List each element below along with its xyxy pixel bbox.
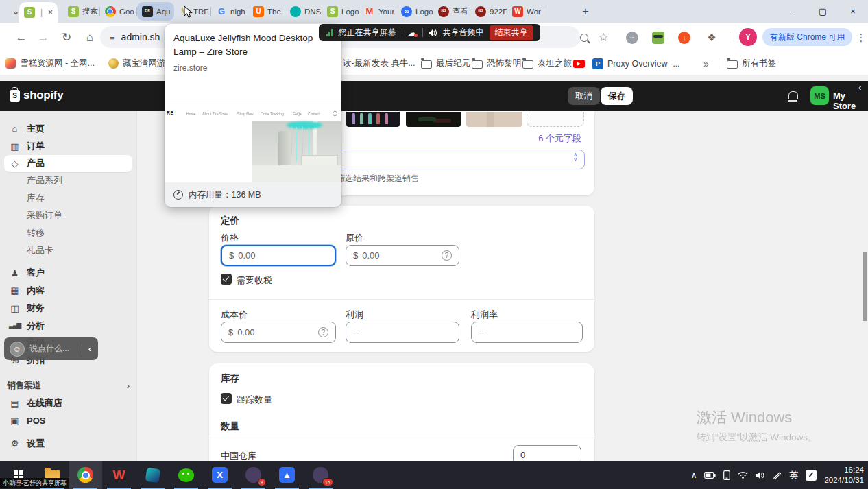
sidebar-item[interactable]: ▥ 订单	[0, 137, 136, 154]
bookmark-item[interactable]: P Proxy Overview -...	[592, 52, 680, 75]
ime-indicator[interactable]: 英	[789, 469, 798, 481]
sidebar-item[interactable]: 销售渠道 ›	[0, 377, 136, 394]
bookmark-folder[interactable]: 恐怖黎明	[472, 52, 521, 75]
metafields-link[interactable]: 6 个元字段	[538, 132, 581, 145]
wifi-icon[interactable]	[738, 471, 748, 479]
margin-input[interactable]: --	[471, 322, 583, 343]
new-tab-button[interactable]: +	[577, 3, 594, 20]
bookmark-youtube[interactable]: ▶	[573, 52, 585, 75]
browser-tab[interactable]: 922 查看	[433, 0, 470, 23]
chrome-update-chip[interactable]: 有新版 Chrome 可用	[762, 28, 852, 46]
save-button[interactable]: 保存	[601, 87, 633, 105]
taskbar-app[interactable]: 15	[304, 461, 337, 489]
browser-tab[interactable]: U The	[248, 0, 285, 23]
volume-icon[interactable]	[756, 471, 765, 479]
extensions-puzzle-icon[interactable]: ❖	[702, 23, 721, 52]
profit-input[interactable]: --	[346, 322, 459, 343]
close-window-button[interactable]: ×	[838, 0, 868, 23]
chevron-left-icon[interactable]: ‹	[858, 82, 861, 93]
browser-tab[interactable]: Goo	[100, 0, 137, 23]
sidebar-item[interactable]: 库存	[0, 189, 136, 206]
extension-download-icon[interactable]: ↓	[675, 23, 694, 52]
sidebar-item[interactable]: ◇ 产品	[4, 155, 132, 172]
collapse-widget-icon[interactable]: ‹	[87, 344, 93, 354]
sidebar-item[interactable]: ▦ 内容	[0, 282, 136, 299]
sidebar-item[interactable]: 产品系列	[0, 172, 136, 189]
browser-menu-icon[interactable]: ⋮	[854, 23, 868, 52]
taskbar-app[interactable]	[136, 461, 169, 489]
pen-icon[interactable]	[773, 470, 782, 479]
bookmark-star-icon[interactable]: ☆	[594, 23, 613, 52]
sidebar-item[interactable]: ♟ 客户	[0, 265, 136, 282]
sidebar-item[interactable]: 采购订单	[0, 207, 136, 224]
zoom-icon[interactable]	[575, 23, 594, 52]
forward-icon[interactable]: →	[33, 23, 53, 52]
browser-tab[interactable]: M Your	[359, 0, 396, 23]
track-quantity-checkbox[interactable]	[221, 393, 232, 404]
bookmark-folder[interactable]: 最后纪元	[421, 52, 470, 75]
bookmark-item[interactable]: 读-最新发表 真牛...	[343, 52, 415, 75]
extension-green-icon[interactable]	[649, 23, 668, 52]
extension-link-icon[interactable]: ∽	[623, 23, 642, 52]
reload-icon[interactable]: ↻	[56, 23, 77, 52]
browser-tab[interactable]: ZIR Aqu	[137, 2, 174, 21]
stop-sharing-button[interactable]: 结束共享	[490, 25, 533, 40]
taskbar-app[interactable]: ▲	[270, 461, 304, 489]
add-media-tile[interactable]	[527, 112, 584, 127]
shopify-logo[interactable]: S shopify	[10, 88, 63, 102]
tax-checkbox[interactable]	[221, 274, 232, 285]
taskbar-app[interactable]: 8	[237, 461, 270, 489]
profile-avatar[interactable]: Y	[739, 28, 757, 46]
product-thumbnail[interactable]	[406, 112, 461, 127]
sidebar-item[interactable]: 礼品卡	[0, 241, 136, 259]
active-tab[interactable]: S | ×	[19, 2, 58, 23]
cancel-button[interactable]: 取消	[568, 87, 600, 105]
browser-tab[interactable]: S 搜索	[63, 0, 100, 23]
taskbar-app[interactable]: W	[102, 461, 136, 489]
sidebar-item[interactable]: ▂▄▆ 分析	[0, 317, 136, 334]
page-scrollbar[interactable]	[863, 252, 867, 321]
close-tab-icon[interactable]: ×	[48, 8, 53, 17]
taskbar-app[interactable]: X	[203, 461, 237, 489]
minimize-button[interactable]: –	[777, 0, 808, 23]
all-bookmarks-folder[interactable]: 所有书签	[727, 52, 776, 75]
back-icon[interactable]: ←	[11, 23, 32, 52]
sidebar-item[interactable]: ⌂ 主页	[0, 120, 136, 137]
battery-icon[interactable]	[704, 472, 716, 479]
screenshare-chat-widget[interactable]: ☺ 说点什么... ‹	[4, 337, 98, 360]
sidebar-item[interactable]: ▣ POS	[0, 412, 136, 429]
taskbar-app[interactable]	[169, 461, 203, 489]
compare-price-input[interactable]: $ 0.00 ?	[346, 245, 459, 266]
help-icon[interactable]: ?	[318, 327, 328, 337]
gauge-app-icon[interactable]	[806, 470, 817, 481]
taskbar-app[interactable]	[69, 461, 102, 489]
price-input[interactable]: $ 0.00	[221, 245, 336, 266]
site-info-icon[interactable]: ≡	[110, 32, 115, 43]
product-thumbnail[interactable]	[346, 112, 400, 127]
browser-tab[interactable]: G nigh	[211, 0, 248, 23]
store-avatar[interactable]: MS	[810, 86, 829, 105]
browser-tab[interactable]: W Wor	[507, 0, 544, 23]
browser-tab[interactable]: DNS	[285, 0, 322, 23]
notifications-bell-icon[interactable]	[788, 91, 798, 99]
sidebar-item[interactable]	[0, 429, 136, 435]
chat-placeholder[interactable]: 说点什么...	[29, 343, 77, 355]
phone-icon[interactable]	[723, 470, 730, 480]
store-name[interactable]: My Store	[833, 91, 868, 111]
home-icon[interactable]: ⌂	[80, 23, 100, 52]
cost-input[interactable]: $ 0.00 ?	[221, 322, 336, 343]
bookmarks-overflow-icon[interactable]: »	[703, 52, 709, 75]
taskbar-clock[interactable]: 16:24 2024/10/31	[824, 465, 864, 486]
maximize-button[interactable]: ▢	[808, 0, 838, 23]
help-icon[interactable]: ?	[442, 250, 452, 261]
sidebar-item[interactable]: 转移	[0, 224, 136, 241]
browser-tab[interactable]: 922 922F	[470, 0, 507, 23]
bookmark-item[interactable]: 雪糕资源网 - 全网...	[5, 52, 95, 75]
tray-expand-icon[interactable]: ∧	[691, 470, 697, 480]
sidebar-item[interactable]: ▤ 在线商店	[0, 394, 136, 412]
bookmark-item[interactable]: 藏宝湾网游...	[108, 52, 173, 75]
sidebar-item[interactable]: ◫ 财务	[0, 300, 136, 317]
sidebar-item[interactable]: ⚙ 设置	[0, 435, 136, 452]
sidebar-item[interactable]	[0, 259, 136, 265]
browser-tab[interactable]: ∞ Logo	[396, 0, 433, 23]
